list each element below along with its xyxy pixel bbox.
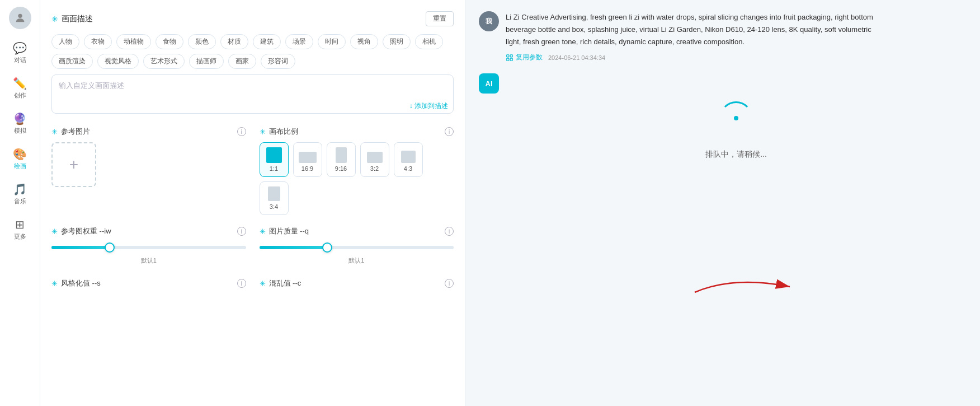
asterisk-ratio: ✳ — [260, 128, 266, 136]
tag-人物[interactable]: 人物 — [51, 34, 79, 49]
tag-动植物[interactable]: 动植物 — [116, 34, 151, 49]
chat-area: 我 Li Zi Creative Advertising, fresh gree… — [465, 0, 980, 406]
canvas-ratio-label: 画布比例 — [269, 127, 298, 137]
tag-描画师[interactable]: 描画师 — [189, 54, 224, 69]
canvas-ratio-info-icon[interactable]: i — [445, 127, 454, 136]
textarea-wrapper: ↓ 添加到描述 — [51, 74, 454, 115]
ratio-icon-4-3 — [401, 151, 416, 163]
image-quality-info-icon[interactable]: i — [445, 227, 454, 236]
ratio-icon-3-4 — [268, 186, 280, 201]
tags-row-1: 人物衣物动植物食物颜色材质建筑场景时间视角照明相机画质渲染视觉风格艺术形式描画师… — [51, 34, 454, 69]
ref-image-upload[interactable]: + — [51, 142, 96, 187]
bottom-labels-row: ✳ 风格化值 --s i ✳ 混乱值 --c i — [51, 278, 454, 294]
style-value-title: ✳ 风格化值 --s — [51, 278, 101, 288]
canvas-ratio-header: ✳ 画布比例 i — [260, 127, 454, 137]
tag-建筑[interactable]: 建筑 — [253, 34, 281, 49]
ratio-icon-16-9 — [299, 152, 317, 163]
ratio-btn-4-3[interactable]: 4:3 — [394, 142, 423, 177]
loading-text: 排队中，请稍候... — [705, 150, 767, 160]
left-panel: ✳ 画面描述 重置 人物衣物动植物食物颜色材质建筑场景时间视角照明相机画质渲染视… — [40, 0, 465, 406]
tag-照明[interactable]: 照明 — [383, 34, 411, 49]
sidebar-item-create[interactable]: ✏️ 创作 — [0, 73, 40, 104]
asterisk-style: ✳ — [51, 279, 58, 288]
ratio-btn-16-9[interactable]: 16:9 — [293, 142, 322, 177]
tag-视觉风格[interactable]: 视觉风格 — [97, 54, 139, 69]
sidebar-item-draw[interactable]: 🎨 绘画 — [0, 144, 40, 175]
sidebar-item-chat[interactable]: 💬 对话 — [0, 38, 40, 69]
asterisk-icon: ✳ — [51, 15, 58, 24]
asterisk-chaos: ✳ — [260, 279, 266, 288]
ref-image-header: ✳ 参考图片 i — [51, 127, 246, 137]
tag-食物[interactable]: 食物 — [156, 34, 183, 49]
ai-msg-avatar: AI — [479, 73, 499, 94]
user-message: 我 Li Zi Creative Advertising, fresh gree… — [479, 11, 967, 62]
ai-msg-content: 排队中，请稍候... — [506, 73, 967, 160]
svg-rect-4 — [510, 58, 512, 60]
ref-weight-label: 参考图权重 --iw — [61, 226, 111, 236]
style-value-info-icon[interactable]: i — [237, 279, 246, 288]
image-quality-label: 图片质量 --q — [269, 226, 309, 236]
loading-status: 排队中，请稍候... — [705, 150, 767, 160]
chaos-value-label: 混乱值 --c — [269, 278, 301, 288]
sidebar: 💬 对话 ✏️ 创作 🔮 模拟 🎨 绘画 🎵 音乐 ⊞ 更多 — [0, 0, 40, 406]
tag-艺术形式[interactable]: 艺术形式 — [143, 54, 185, 69]
asterisk-weight: ✳ — [51, 227, 58, 236]
user-msg-meta: 复用参数 2024-06-21 04:34:34 — [506, 53, 967, 62]
sidebar-label-draw: 绘画 — [14, 162, 26, 170]
tag-视角[interactable]: 视角 — [350, 34, 378, 49]
user-msg-text: Li Zi Creative Advertising, fresh green … — [506, 11, 886, 48]
ratio-btn-9-16[interactable]: 9:16 — [327, 142, 356, 177]
ratio-btn-3-2[interactable]: 3:2 — [360, 142, 389, 177]
svg-rect-1 — [507, 55, 509, 57]
reset-button[interactable]: 重置 — [426, 11, 454, 26]
add-to-desc-button[interactable]: ↓ 添加到描述 — [409, 101, 448, 111]
user-avatar-label: 我 — [486, 17, 492, 26]
asterisk-quality: ✳ — [260, 227, 266, 236]
sidebar-label-music: 音乐 — [14, 197, 26, 206]
scene-desc-title: ✳ 画面描述 — [51, 14, 93, 24]
loading-spinner — [714, 96, 758, 141]
sidebar-label-more: 更多 — [14, 232, 26, 241]
chaos-value-title: ✳ 混乱值 --c — [260, 278, 301, 288]
scene-desc-input[interactable] — [51, 74, 454, 114]
tag-画质渲染[interactable]: 画质渲染 — [51, 54, 93, 69]
tag-相机[interactable]: 相机 — [415, 34, 443, 49]
ratio-btn-1-1[interactable]: 1:1 — [260, 142, 289, 177]
image-quality-default: 默认1 — [260, 256, 454, 265]
ratio-label-4-3: 4:3 — [404, 165, 412, 172]
bottom-sliders: ✳ 参考图权重 --iw i 默认1 ✳ 图片质量 --q i — [51, 226, 454, 276]
reuse-params-button[interactable]: 复用参数 — [506, 53, 543, 62]
more-icon: ⊞ — [15, 219, 25, 230]
ref-weight-default: 默认1 — [51, 256, 246, 265]
ref-image-info-icon[interactable]: i — [237, 127, 246, 136]
chaos-value-info-icon[interactable]: i — [445, 279, 454, 288]
ref-image-section: ✳ 参考图片 i + — [51, 127, 246, 215]
ai-message-row: AI — [479, 73, 967, 160]
style-value-label: 风格化值 --s — [61, 278, 101, 288]
draw-icon: 🎨 — [13, 148, 27, 160]
style-value-header: ✳ 风格化值 --s i — [51, 278, 246, 288]
simulate-icon: 🔮 — [13, 113, 27, 124]
sidebar-item-music[interactable]: 🎵 音乐 — [0, 179, 40, 210]
svg-rect-2 — [510, 55, 512, 57]
chaos-value-header: ✳ 混乱值 --c i — [260, 278, 454, 288]
tag-衣物[interactable]: 衣物 — [84, 34, 112, 49]
tag-时间[interactable]: 时间 — [318, 34, 346, 49]
sidebar-item-simulate[interactable]: 🔮 模拟 — [0, 109, 40, 139]
tag-场景[interactable]: 场景 — [285, 34, 313, 49]
ref-weight-info-icon[interactable]: i — [237, 227, 246, 236]
ratio-label-9-16: 9:16 — [335, 165, 347, 172]
tag-形容词[interactable]: 形容词 — [261, 54, 295, 69]
scene-desc-label: 画面描述 — [62, 14, 93, 24]
ratio-btn-3-4[interactable]: 3:4 — [260, 181, 289, 215]
tag-颜色[interactable]: 颜色 — [188, 34, 216, 49]
tag-画家[interactable]: 画家 — [228, 54, 256, 69]
two-col-section: ✳ 参考图片 i + ✳ 画布比例 i 1:1 — [51, 127, 454, 215]
image-quality-header: ✳ 图片质量 --q i — [260, 226, 454, 236]
right-panel: 我 Li Zi Creative Advertising, fresh gree… — [465, 0, 980, 406]
user-msg-avatar: 我 — [479, 11, 499, 31]
tag-材质[interactable]: 材质 — [220, 34, 248, 49]
user-avatar[interactable] — [9, 7, 31, 29]
sidebar-item-more[interactable]: ⊞ 更多 — [0, 214, 40, 245]
scene-desc-header: ✳ 画面描述 重置 — [51, 11, 454, 26]
